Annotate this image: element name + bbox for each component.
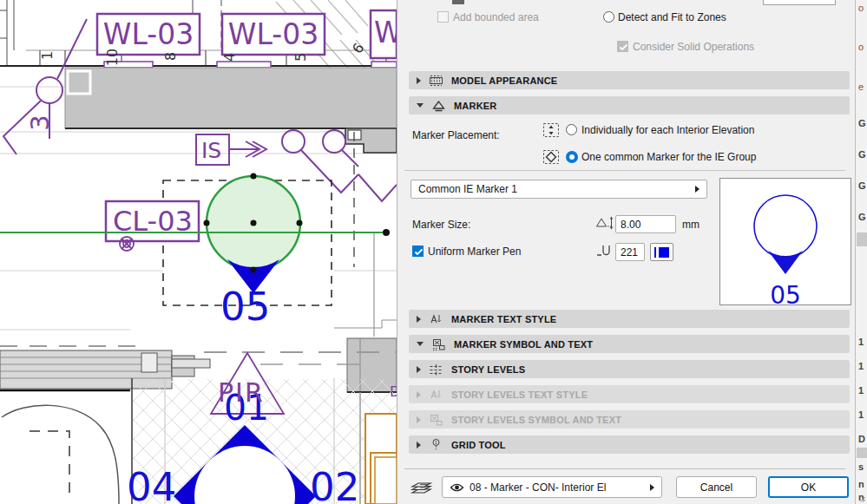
wall-number: 5 (294, 53, 308, 62)
section-grid-tool[interactable]: 1 GRID TOOL (409, 435, 850, 454)
add-bounded-area-checkbox[interactable] (437, 11, 449, 23)
uniform-pen-checkbox[interactable] (412, 245, 424, 257)
section-label: MARKER TEXT STYLE (451, 314, 556, 324)
marker-placement-label: Marker Placement: (412, 129, 500, 141)
layer-name: 08 - Marker - CON- Interior El (464, 481, 650, 494)
marker-size-icon (595, 215, 614, 231)
section-label: GRID TOOL (451, 440, 506, 450)
chevron-right-icon (417, 366, 421, 373)
placement-common-label: One common Marker for the IE Group (581, 151, 756, 163)
app-window: WL-03 WL-03 W IS CL-03 05 01 PIR 04 02 3… (0, 0, 867, 504)
clipped-text: s (858, 461, 864, 472)
is-tag: IS (201, 140, 221, 161)
marker-size-unit: mm (682, 219, 700, 231)
pen-number-input[interactable] (615, 243, 645, 261)
wall-tag-wl03-a: WL-03 (97, 20, 200, 49)
marker-preview: 05 (719, 178, 851, 305)
wall-tag-wl03-partial: W (374, 18, 397, 47)
section-story-levels[interactable]: STORY LEVELS (409, 360, 850, 378)
detect-fit-zones-label: Detect and Fit to Zones (618, 11, 726, 23)
clipped-text: 1 (858, 361, 864, 371)
clipped-text: G (858, 180, 866, 191)
text-style-icon (429, 388, 443, 402)
detect-fit-zones-radio[interactable] (603, 11, 614, 23)
wall-number: 4 (223, 53, 237, 62)
grid-pin-icon: 1 (429, 438, 443, 452)
section-story-levels-symbol-text: STORY LEVELS SYMBOL AND TEXT (409, 410, 850, 429)
section-marker-text-style[interactable]: MARKER TEXT STYLE (409, 310, 850, 328)
layers-icon (410, 477, 434, 496)
symbol-text-icon (429, 413, 443, 427)
ok-button[interactable]: OK (768, 476, 849, 498)
uniform-pen-label: Uniform Marker Pen (428, 245, 521, 258)
dimension-3: 3 (28, 115, 53, 130)
consider-solid-checkbox[interactable] (617, 41, 628, 52)
ie-marker-number-05: 05 (220, 287, 270, 326)
clipped-text: G (858, 149, 866, 160)
cad-linework (0, 0, 397, 504)
story-levels-icon (429, 363, 443, 376)
section-marker-symbol-text[interactable]: MARKER SYMBOL AND TEXT (409, 335, 850, 353)
clipped-text: 1 (858, 409, 864, 420)
clipped-band (857, 232, 867, 246)
clipped-band (857, 448, 867, 458)
clipped-text: 1 (858, 337, 864, 347)
marker-preview-symbol (720, 179, 851, 278)
wall-number: 1 (41, 51, 55, 60)
pen-icon (595, 243, 613, 259)
section-marker[interactable]: MARKER (409, 96, 850, 115)
wall-tag-wl03-b: WL-03 (222, 20, 325, 49)
section-label: STORY LEVELS (451, 364, 525, 375)
clipped-toolbar-icon (452, 0, 464, 4)
pir-tag: PIR (218, 380, 265, 406)
pen-color-bar (654, 247, 656, 258)
check-icon (413, 247, 424, 257)
chevron-right-icon (650, 484, 654, 491)
symbol-text-icon (431, 337, 446, 351)
marker-type-value: Common IE Marker 1 (411, 183, 695, 195)
text-style-icon (429, 312, 443, 326)
chevron-right-icon (417, 416, 421, 423)
cad-viewport[interactable]: WL-03 WL-03 W IS CL-03 05 01 PIR 04 02 3… (0, 0, 397, 504)
film-icon (429, 74, 443, 88)
chevron-right-icon (417, 316, 421, 323)
section-label: MARKER (454, 101, 496, 111)
clipped-text: G (858, 212, 866, 222)
marker-size-input[interactable] (615, 215, 676, 233)
clipped-text: D (858, 434, 865, 444)
ie-marker-number-02: 02 (310, 468, 359, 504)
background-panel-sliver: o o e G G G G 1 1 1 1 D s n n (855, 0, 867, 504)
ceiling-tag-cl03: CL-03 (113, 207, 193, 235)
marker-type-combo[interactable]: Common IE Marker 1 (411, 180, 707, 199)
check-icon (618, 43, 629, 52)
pen-color-swatch (659, 247, 669, 258)
section-model-appearance[interactable]: MODEL APPEARANCE (409, 71, 850, 89)
marker-size-label: Marker Size: (412, 219, 470, 231)
partial-d-tag: D (390, 385, 397, 399)
consider-solid-label: Consider Solid Operations (633, 41, 754, 53)
placement-common-radio[interactable] (566, 151, 578, 163)
elevation-marker-icon (431, 99, 446, 113)
layer-combo[interactable]: 08 - Marker - CON- Interior El (442, 476, 662, 498)
resize-grip-icon[interactable] (859, 496, 867, 503)
pen-color-button[interactable] (650, 243, 673, 261)
placement-individual-label: Individually for each Interior Elevation (581, 124, 754, 136)
chevron-down-icon (417, 103, 424, 108)
wall-number: 10 (106, 49, 120, 66)
section-label: MARKER SYMBOL AND TEXT (454, 339, 593, 350)
common-placement-icon (542, 148, 561, 166)
chevron-down-icon (417, 342, 424, 346)
chevron-right-icon (695, 186, 700, 193)
ie-marker-number-04: 04 (127, 468, 176, 504)
individual-placement-icon (542, 121, 561, 139)
clipped-text: n (858, 479, 864, 489)
section-story-levels-text-style: STORY LEVELS TEXT STYLE (409, 385, 850, 403)
svg-text:1: 1 (435, 440, 437, 445)
clipped-input (763, 0, 836, 5)
cancel-button[interactable]: Cancel (676, 476, 757, 498)
clipped-text: G (858, 118, 866, 128)
clipped-text: e (858, 82, 864, 92)
clipped-text: o (858, 3, 864, 13)
placement-individual-radio[interactable] (566, 124, 577, 135)
add-bounded-area-label: Add bounded area (453, 11, 539, 23)
